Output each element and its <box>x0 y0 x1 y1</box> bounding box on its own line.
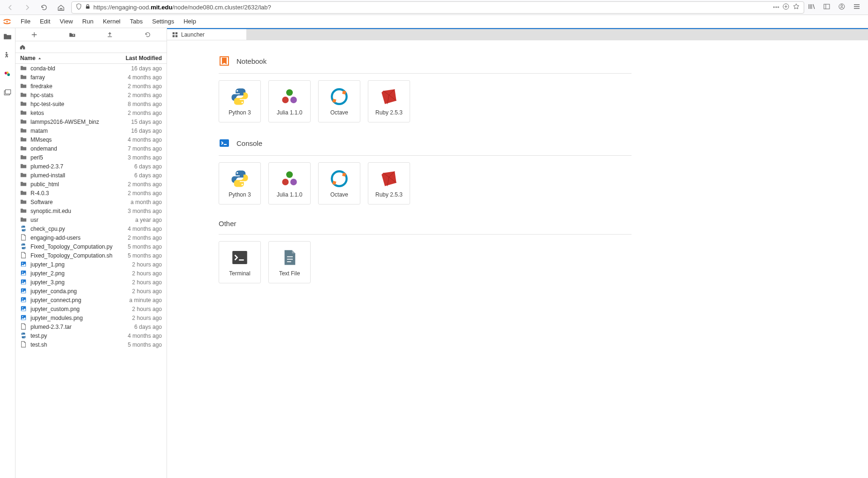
file-row[interactable]: ketos2 months ago <box>15 108 167 117</box>
file-row[interactable]: jupyter_custom.png2 hours ago <box>15 304 167 313</box>
library-icon[interactable] <box>808 3 815 12</box>
file-row[interactable]: matam16 days ago <box>15 126 167 135</box>
file-name: conda-bld <box>30 65 129 72</box>
tab-launcher[interactable]: Launcher <box>167 29 247 40</box>
file-row[interactable]: synoptic.mit.edu3 months ago <box>15 206 167 215</box>
reader-icon[interactable] <box>782 3 790 12</box>
running-tab-icon[interactable] <box>2 50 13 61</box>
activity-bar <box>0 28 15 478</box>
folder-icon <box>20 154 28 161</box>
jupyter-logo[interactable] <box>0 15 14 28</box>
jupyter-menubar: FileEditViewRunKernelTabsSettingsHelp <box>0 15 868 28</box>
more-icon[interactable]: ••• <box>773 4 779 11</box>
launcher-card-ruby-2-5-3[interactable]: Ruby 2.5.3 <box>368 162 410 205</box>
section-title: Console <box>236 139 262 147</box>
file-row[interactable]: perl53 months ago <box>15 153 167 162</box>
textfile-icon <box>280 248 299 267</box>
launcher-card-octave[interactable]: Octave <box>318 162 360 205</box>
file-row[interactable]: farray4 months ago <box>15 73 167 82</box>
file-row[interactable]: public_html2 months ago <box>15 180 167 189</box>
file-row[interactable]: jupyter_2.png2 hours ago <box>15 269 167 278</box>
tab-label: Launcher <box>181 31 205 38</box>
file-row[interactable]: Softwarea month ago <box>15 197 167 206</box>
launcher-card-python-3[interactable]: Python 3 <box>219 162 261 205</box>
new-launcher-button[interactable] <box>15 28 53 41</box>
svg-rect-14 <box>175 32 177 34</box>
notebook-section-icon <box>219 55 230 67</box>
file-row[interactable]: check_cpu.py4 months ago <box>15 224 167 233</box>
file-row[interactable]: hpc-test-suite8 months ago <box>15 99 167 108</box>
file-modified: 5 months ago <box>125 341 162 348</box>
file-row[interactable]: test.py4 months ago <box>15 331 167 340</box>
file-row[interactable]: jupyter_1.png2 hours ago <box>15 260 167 269</box>
file-row[interactable]: hpc-stats2 months ago <box>15 91 167 99</box>
file-modified: a year ago <box>132 217 162 223</box>
file-list-header[interactable]: Name Last Modified <box>15 53 167 64</box>
folder-tab-icon[interactable] <box>2 31 13 42</box>
file-row[interactable]: Fixed_Topology_Computation.sh5 months ag… <box>15 251 167 260</box>
url-bar[interactable]: https://engaging-ood.mit.edu/node/node08… <box>71 1 804 14</box>
menu-settings[interactable]: Settings <box>147 15 179 28</box>
tabs-tab-icon[interactable] <box>2 87 13 99</box>
file-name: jupyter_3.png <box>30 279 129 286</box>
file-modified: 4 months ago <box>125 226 162 232</box>
launcher-card-python-3[interactable]: Python 3 <box>219 80 261 122</box>
folder-icon <box>20 118 28 126</box>
menu-file[interactable]: File <box>16 15 35 28</box>
commands-tab-icon[interactable] <box>2 68 13 80</box>
file-modified: 4 months ago <box>125 333 162 339</box>
launcher-card-julia-1-1-0[interactable]: Julia 1.1.0 <box>268 80 311 122</box>
account-icon[interactable] <box>838 3 845 12</box>
launcher-card-ruby-2-5-3[interactable]: Ruby 2.5.3 <box>368 80 410 122</box>
file-row[interactable]: conda-bld16 days ago <box>15 64 167 73</box>
menu-edit[interactable]: Edit <box>35 15 55 28</box>
menu-run[interactable]: Run <box>77 15 98 28</box>
new-folder-button[interactable] <box>53 28 91 41</box>
upload-button[interactable] <box>91 28 129 41</box>
breadcrumb[interactable] <box>15 41 167 53</box>
launcher-card-terminal[interactable]: Terminal <box>219 241 261 283</box>
file-row[interactable]: plumed-2.3.7.tar6 days ago <box>15 322 167 331</box>
hamburger-icon[interactable] <box>853 3 860 12</box>
home-button[interactable] <box>54 1 68 14</box>
back-button[interactable] <box>4 1 17 14</box>
main-panel: Launcher NotebookPython 3Julia 1.1.0Octa… <box>167 28 868 478</box>
folder-icon <box>20 181 28 188</box>
file-row[interactable]: MMseqs4 months ago <box>15 135 167 144</box>
file-row[interactable]: engaging-add-users2 months ago <box>15 233 167 242</box>
refresh-button[interactable] <box>129 28 167 41</box>
menu-help[interactable]: Help <box>179 15 201 28</box>
launcher-card-octave[interactable]: Octave <box>318 80 360 122</box>
launcher-card-julia-1-1-0[interactable]: Julia 1.1.0 <box>268 162 311 205</box>
file-row[interactable]: usra year ago <box>15 215 167 224</box>
menu-tabs[interactable]: Tabs <box>125 15 147 28</box>
launcher-card-text-file[interactable]: Text File <box>268 241 311 283</box>
file-row[interactable]: plumed-install6 days ago <box>15 171 167 180</box>
svg-point-22 <box>290 97 297 103</box>
file-name: farray <box>30 74 125 81</box>
file-row[interactable]: jupyter_connect.pnga minute ago <box>15 296 167 304</box>
shield-icon <box>76 3 82 11</box>
python-icon <box>20 225 28 233</box>
file-row[interactable]: R-4.0.32 months ago <box>15 189 167 197</box>
text-icon <box>20 323 28 331</box>
file-row[interactable]: lammps2016-AWSEM_binz15 days ago <box>15 117 167 126</box>
octave-icon <box>329 169 349 189</box>
reload-button[interactable] <box>38 1 51 14</box>
file-row[interactable]: jupyter_modules.png2 hours ago <box>15 313 167 322</box>
file-row[interactable]: plumed-2.3.76 days ago <box>15 162 167 171</box>
file-modified: 3 months ago <box>125 154 162 161</box>
menu-view[interactable]: View <box>55 15 77 28</box>
file-row[interactable]: firedrake2 months ago <box>15 82 167 91</box>
file-row[interactable]: ondemand7 months ago <box>15 144 167 153</box>
svg-rect-15 <box>173 35 175 37</box>
file-row[interactable]: jupyter_3.png2 hours ago <box>15 278 167 287</box>
file-row[interactable]: Fixed_Topology_Computation.py5 months ag… <box>15 242 167 251</box>
file-row[interactable]: test.sh5 months ago <box>15 340 167 349</box>
menu-kernel[interactable]: Kernel <box>98 15 125 28</box>
forward-button[interactable] <box>21 1 34 14</box>
bookmark-star-icon[interactable] <box>792 3 800 12</box>
sidebar-icon[interactable] <box>823 3 830 12</box>
svg-rect-12 <box>6 90 11 94</box>
file-row[interactable]: jupyter_conda.png2 hours ago <box>15 287 167 296</box>
